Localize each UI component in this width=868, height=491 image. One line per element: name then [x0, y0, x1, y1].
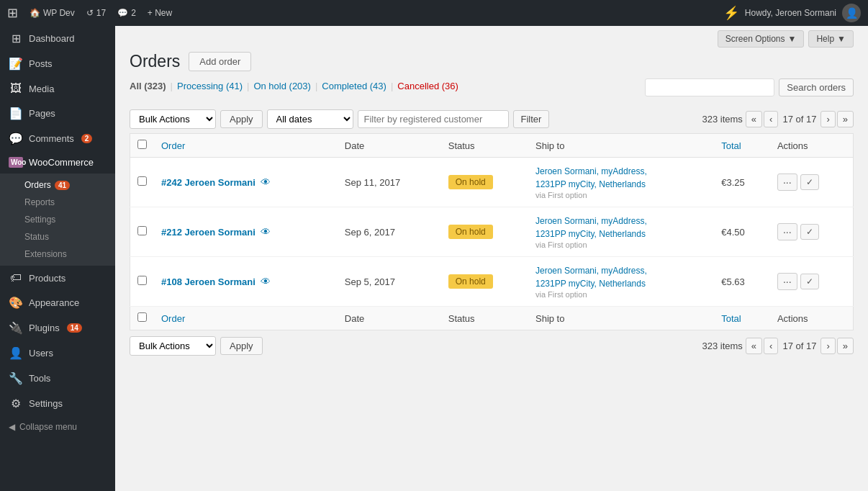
row-checkbox-2[interactable]: [137, 276, 147, 285]
sidebar-item-appearance[interactable]: 🎨 Appearance: [0, 290, 115, 315]
order-column-footer[interactable]: Order: [154, 307, 338, 330]
shipto-column-footer: Ship to: [528, 307, 714, 330]
order-column-header[interactable]: Order: [154, 134, 338, 158]
total-column-header[interactable]: Total: [714, 134, 770, 158]
order-link-1[interactable]: #212 Jeroen Sormani: [161, 227, 256, 238]
sidebar-item-label: Plugins: [29, 323, 60, 333]
total-column-footer[interactable]: Total: [714, 307, 770, 330]
sidebar-item-tools[interactable]: 🔧 Tools: [0, 366, 115, 391]
filter-button[interactable]: Filter: [513, 110, 550, 128]
action-dots-button-2[interactable]: ···: [777, 273, 797, 290]
date-column-footer: Date: [338, 307, 441, 330]
view-icon-2: 👁: [261, 276, 271, 287]
new-item[interactable]: + New: [148, 8, 172, 18]
first-page-button-bottom[interactable]: «: [746, 338, 762, 354]
apply-button-bottom[interactable]: Apply: [220, 337, 263, 355]
help-button[interactable]: Help ▼: [808, 30, 854, 48]
sidebar-item-posts[interactable]: 📝 Posts: [0, 51, 115, 76]
order-link-2[interactable]: #108 Jeroen Sormani: [161, 276, 256, 287]
screen-options-button[interactable]: Screen Options ▼: [718, 30, 805, 48]
last-page-button-top[interactable]: »: [837, 111, 854, 127]
comments-item[interactable]: 💬 2: [117, 8, 136, 18]
dates-filter-select[interactable]: All dates: [267, 109, 353, 129]
sidebar-item-reports[interactable]: Reports: [0, 194, 115, 211]
search-button[interactable]: Search orders: [779, 78, 854, 96]
action-dots-button-0[interactable]: ···: [777, 174, 797, 191]
bulk-actions-select-top[interactable]: Bulk Actions: [130, 109, 216, 129]
sidebar-item-users[interactable]: 👤 Users: [0, 341, 115, 366]
sidebar-item-woocommerce[interactable]: Woo WooCommerce: [0, 151, 115, 174]
updates-item[interactable]: ↺ 17: [86, 8, 106, 18]
prev-page-button-bottom[interactable]: ‹: [764, 338, 778, 354]
first-page-button-top[interactable]: «: [746, 111, 762, 127]
add-order-button[interactable]: Add order: [189, 52, 251, 71]
page-title: Orders: [130, 52, 180, 71]
collapse-menu[interactable]: ◀ Collapse menu: [0, 416, 115, 438]
search-input[interactable]: [645, 78, 774, 96]
orders-badge: 41: [55, 181, 70, 190]
next-page-button-top[interactable]: ›: [820, 111, 835, 127]
sidebar: ⊞ Dashboard 📝 Posts 🖼 Media 📄 Pages 💬 Co…: [0, 26, 115, 491]
status-cell: On hold: [441, 207, 528, 257]
page-info-bottom: 17 of 17: [779, 341, 819, 351]
woo-icon: Woo: [9, 157, 23, 168]
woo-submenu: Orders 41 Reports Settings Status Extens…: [0, 174, 115, 266]
sidebar-item-settings[interactable]: ⚙ Settings: [0, 391, 115, 416]
action-arrow-button-0[interactable]: ✓: [800, 174, 819, 190]
sidebar-item-plugins[interactable]: 🔌 Plugins 14: [0, 315, 115, 341]
select-all-footer: [130, 307, 155, 330]
page-content: Orders Add order All (323) | Processing …: [115, 52, 868, 370]
site-name[interactable]: 🏠 WP Dev: [30, 8, 75, 18]
total-cell: €5.63: [714, 257, 770, 307]
date-cell: Sep 6, 2017: [338, 207, 441, 257]
row-checkbox-1[interactable]: [137, 226, 147, 235]
items-count-bottom: 323 items « ‹ 17 of 17 › »: [702, 338, 854, 354]
total-cell: €4.50: [714, 207, 770, 257]
pagination-top: « ‹ 17 of 17 › »: [746, 111, 854, 127]
wp-logo[interactable]: ⊞: [7, 5, 18, 21]
topbar: ⊞ 🏠 WP Dev ↺ 17 💬 2 + New ⚡ Howdy, Jeroe…: [0, 0, 868, 26]
sidebar-item-products[interactable]: 🏷 Products: [0, 266, 115, 290]
apply-button-top[interactable]: Apply: [220, 110, 263, 128]
row-checkbox-0[interactable]: [137, 176, 147, 186]
status-column-footer: Status: [441, 307, 528, 330]
sidebar-item-dashboard[interactable]: ⊞ Dashboard: [0, 26, 115, 51]
user-avatar[interactable]: 👤: [842, 4, 861, 22]
next-page-button-bottom[interactable]: ›: [820, 338, 835, 354]
order-link-0[interactable]: #242 Jeroen Sormani: [161, 177, 256, 188]
items-count-label-bottom: 323 items: [702, 341, 742, 351]
tab-cancelled[interactable]: Cancelled (36): [397, 81, 458, 91]
sidebar-item-extensions[interactable]: Extensions: [0, 246, 115, 263]
select-all-checkbox[interactable]: [137, 140, 147, 149]
products-icon: 🏷: [9, 271, 23, 284]
select-all-checkbox-footer[interactable]: [137, 312, 147, 322]
tab-on-hold[interactable]: On hold (203): [253, 81, 311, 91]
sidebar-item-media[interactable]: 🖼 Media: [0, 76, 115, 101]
action-arrow-button-2[interactable]: ✓: [800, 274, 819, 289]
action-dots-button-1[interactable]: ···: [777, 223, 797, 240]
customer-filter-input[interactable]: [358, 110, 509, 128]
pagination-bottom: « ‹ 17 of 17 › »: [746, 338, 854, 354]
sidebar-item-pages[interactable]: 📄 Pages: [0, 101, 115, 126]
sidebar-item-comments[interactable]: 💬 Comments 2: [0, 126, 115, 151]
sidebar-item-status[interactable]: Status: [0, 228, 115, 246]
bulk-actions-select-bottom[interactable]: Bulk Actions: [130, 336, 216, 356]
sidebar-item-orders[interactable]: Orders 41: [0, 176, 115, 194]
total-cell: €3.25: [714, 158, 770, 207]
last-page-button-bottom[interactable]: »: [837, 338, 854, 354]
tab-all[interactable]: All (323): [130, 81, 166, 91]
wp-icon: ⊞: [7, 5, 18, 21]
tab-completed[interactable]: Completed (43): [322, 81, 386, 91]
tab-processing[interactable]: Processing (41): [177, 81, 243, 91]
shipto-cell: Jeroen Sormani, myAddress,1231PP myCity,…: [528, 158, 714, 207]
status-badge-0: On hold: [448, 175, 493, 189]
status-badge-1: On hold: [448, 225, 493, 239]
prev-page-button-top[interactable]: ‹: [764, 111, 778, 127]
dashboard-icon: ⊞: [9, 32, 23, 45]
sidebar-item-settings-woo[interactable]: Settings: [0, 211, 115, 228]
sidebar-item-label: Comments: [29, 133, 74, 144]
action-arrow-button-1[interactable]: ✓: [800, 224, 819, 240]
home-icon: 🏠: [30, 8, 40, 18]
sidebar-item-label: Media: [29, 84, 54, 94]
tools-icon: 🔧: [9, 371, 23, 385]
